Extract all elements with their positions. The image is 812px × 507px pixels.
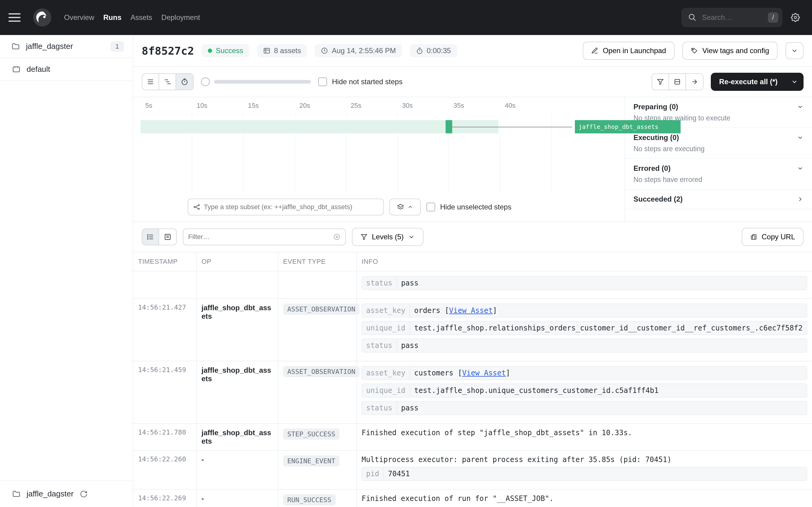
hide-unselected-label: Hide unselected steps (440, 203, 511, 211)
zoom-track[interactable] (214, 80, 311, 83)
svg-point-30 (198, 205, 199, 206)
sidebar-project[interactable]: jaffle_dagster 1 (0, 35, 133, 58)
hide-not-started-checkbox[interactable]: Hide not started steps (318, 77, 402, 86)
kv-row: unique_idtest.jaffle_shop.relationships_… (362, 321, 807, 335)
chevron-down-icon (791, 47, 798, 54)
reexecute-button[interactable]: Re-execute all (*) (711, 73, 786, 91)
filter-panel-button[interactable] (652, 74, 669, 90)
expand-panel-button[interactable] (686, 74, 703, 90)
run-id: 8f8527c2 (142, 45, 194, 57)
status-errored[interactable]: Errored (0) No steps have errored (625, 159, 812, 189)
gantt-tick: 10s (197, 102, 248, 110)
settings-button[interactable] (791, 13, 800, 22)
zoom-slider[interactable] (201, 77, 311, 86)
svg-point-0 (33, 8, 51, 26)
levels-button[interactable]: Levels (5) (352, 228, 423, 246)
gantt-tick: 20s (299, 102, 351, 110)
sidebar-footer-label: jaffle_dagster (27, 489, 74, 499)
clipboard-icon (750, 233, 757, 240)
svg-rect-5 (13, 67, 20, 71)
kv-row: asset_keyorders [View Asset] (362, 303, 807, 318)
collapse-panel-button[interactable] (669, 74, 686, 90)
gantt-canvas[interactable]: jaffle_shop_dbt_assets (133, 114, 625, 192)
hide-unselected-checkbox[interactable]: Hide unselected steps (426, 203, 511, 212)
status-succeeded[interactable]: Succeeded (2) (625, 189, 812, 209)
nav-deployment[interactable]: Deployment (161, 13, 200, 22)
log-row: 14:56:21.459jaffle_shop_dbt_assetsASSET_… (133, 361, 812, 424)
search-icon (688, 13, 697, 22)
checkbox-box (426, 203, 435, 212)
checkbox-box (318, 77, 327, 86)
global-search[interactable]: / (681, 8, 782, 27)
dagster-logo[interactable] (33, 8, 52, 27)
duration-pill: 0:00:35 (410, 44, 457, 57)
table-icon (263, 47, 270, 54)
view-asset-link[interactable]: View Asset (449, 306, 493, 315)
gantt-tick: 5s (145, 102, 197, 110)
log-filter[interactable] (183, 228, 346, 245)
svg-point-40 (147, 238, 148, 239)
nav-runs[interactable]: Runs (103, 13, 121, 22)
success-dot-icon (208, 49, 212, 53)
log-ts: 14:56:21.459 (133, 361, 197, 424)
log-info: Finished execution of run for "__ASSET_J… (357, 490, 812, 507)
gantt-mode-flat[interactable] (142, 74, 159, 90)
log-view-structured[interactable] (142, 229, 159, 245)
stopwatch-icon (416, 47, 423, 54)
log-event-type: ENGINE_EVENT (278, 451, 357, 489)
log-op (197, 271, 278, 298)
svg-point-1 (43, 16, 46, 18)
log-view-mode (142, 228, 177, 245)
status-executing-body: No steps are executing (633, 142, 804, 153)
open-launchpad-button[interactable]: Open in Launchpad (583, 42, 674, 60)
zoom-knob[interactable] (201, 77, 210, 86)
gantt-view-mode (142, 73, 194, 90)
more-actions-button[interactable] (785, 42, 804, 59)
clear-icon[interactable] (333, 233, 341, 240)
log-ts: 14:56:21.427 (133, 299, 197, 361)
gantt-mode-timed[interactable] (176, 74, 193, 90)
search-input[interactable] (702, 13, 762, 22)
funnel-icon (360, 233, 368, 240)
gantt-start-marker (446, 120, 452, 133)
svg-line-33 (195, 207, 198, 209)
job-icon (12, 65, 20, 74)
menu-toggle[interactable] (8, 10, 23, 25)
status-preparing-title: Preparing (0) (633, 103, 678, 111)
gantt-tick: 30s (402, 102, 453, 110)
sidebar-job-default[interactable]: default (0, 58, 133, 81)
assets-pill[interactable]: 8 assets (257, 44, 307, 57)
nav-overview[interactable]: Overview (64, 13, 94, 22)
nav-assets[interactable]: Assets (131, 13, 152, 22)
view-tags-button[interactable]: View tags and config (682, 42, 777, 60)
log-row: 14:56:22.269-RUN_SUCCESSFinished executi… (133, 490, 812, 507)
layers-button[interactable] (389, 199, 421, 216)
log-view-raw[interactable] (159, 229, 176, 245)
svg-line-32 (195, 206, 198, 207)
gantt-mode-waterfall[interactable] (159, 74, 176, 90)
view-tags-label: View tags and config (702, 47, 769, 55)
assets-count: 8 assets (274, 47, 301, 55)
log-filter-field[interactable] (188, 233, 333, 241)
log-row: 14:56:22.260-ENGINE_EVENTMultiprocess ex… (133, 451, 812, 490)
gantt-step-bar[interactable]: jaffle_shop_dbt_assets (575, 120, 680, 133)
copy-url-button[interactable]: Copy URL (742, 228, 804, 246)
log-event-type: RUN_SUCCESS (278, 490, 357, 507)
svg-marker-34 (398, 204, 404, 207)
step-subset-input[interactable] (188, 199, 384, 216)
gantt-tick: 25s (351, 102, 402, 110)
clock-icon (321, 47, 328, 54)
view-asset-link[interactable]: View Asset (462, 369, 506, 377)
log-table-header: TIMESTAMP OP EVENT TYPE INFO (133, 252, 812, 271)
step-subset-field[interactable] (204, 203, 378, 211)
gantt-axis: 5s10s15s20s25s30s35s40s (133, 97, 625, 114)
reload-icon[interactable] (80, 490, 88, 498)
reexecute-dropdown[interactable] (785, 73, 804, 91)
log-op: jaffle_shop_dbt_assets (197, 361, 278, 424)
edit-icon (591, 47, 598, 54)
log-info: Multiprocess executor: parent process ex… (357, 451, 812, 489)
folder-icon (11, 42, 20, 51)
chevron-down-icon (791, 78, 798, 86)
gantt-tick: 40s (505, 102, 556, 110)
log-info: asset_keyorders [View Asset]unique_idtes… (357, 299, 812, 361)
